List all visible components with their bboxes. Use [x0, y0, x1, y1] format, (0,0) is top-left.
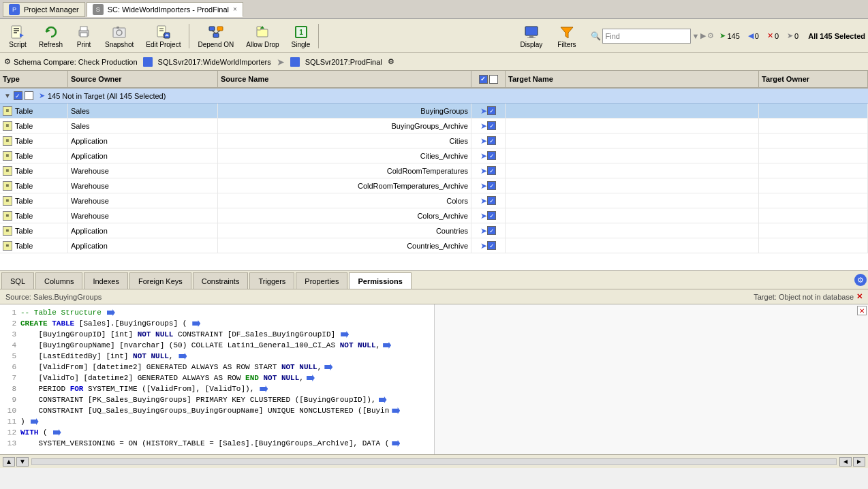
single-icon: 1 — [293, 24, 309, 40]
nav-left-button[interactable]: ◄ — [839, 457, 852, 467]
row-direction-icon: ➤ — [480, 226, 487, 236]
row-checkbox[interactable]: ✓ — [487, 166, 496, 175]
table-row[interactable]: ≡Table Warehouse Colors_Archive ➤✓ — [0, 208, 868, 223]
tab-foreign-keys[interactable]: Foreign Keys — [129, 272, 191, 289]
copy-arrow-icon[interactable] — [31, 418, 39, 425]
toolbar-separator-1 — [189, 24, 189, 48]
uncheck-all-button[interactable] — [25, 91, 33, 100]
table-row[interactable]: ≡Table Warehouse ColdRoomTemperatures_Ar… — [0, 178, 868, 193]
copy-arrow-icon[interactable] — [307, 375, 315, 381]
allow-drop-label: Allow Drop — [246, 41, 279, 48]
row-checkbox[interactable]: ✓ — [487, 241, 496, 250]
row-target-owner-cell — [759, 119, 868, 133]
grid-body[interactable]: ≡ Table Sales BuyingGroups ➤ ✓ ≡Table Sa… — [0, 104, 868, 270]
tab-close-icon[interactable]: × — [233, 5, 237, 13]
copy-arrow-icon[interactable] — [383, 342, 391, 349]
nav-right-button[interactable]: ► — [853, 457, 865, 467]
row-checkbox[interactable]: ✓ — [487, 136, 496, 145]
row-checkbox[interactable]: ✓ — [487, 106, 496, 115]
table-row[interactable]: ≡Table Application Cities ➤✓ — [0, 133, 868, 148]
copy-arrow-icon[interactable] — [107, 309, 115, 316]
table-row[interactable]: ≡Table Application Countries ➤✓ — [0, 223, 868, 238]
horizontal-scrollbar[interactable] — [31, 458, 837, 465]
row-checkbox[interactable]: ✓ — [487, 226, 496, 235]
row-check-cell[interactable]: ➤✓ — [471, 238, 506, 253]
row-checkbox[interactable]: ✓ — [487, 211, 496, 220]
tab-sql[interactable]: SQL — [1, 272, 34, 289]
source-sql-content[interactable]: 1 -- Table Structure 2 CREATE TABLE [Sal… — [0, 304, 434, 454]
refresh-button[interactable]: Refresh — [33, 21, 69, 51]
script-button[interactable]: Script — [3, 21, 33, 51]
find-box[interactable] — [602, 29, 691, 44]
single-label: Single — [292, 41, 311, 48]
check-all-button[interactable]: ✓ — [14, 91, 22, 100]
depend-on-button[interactable]: Depend ON — [191, 21, 240, 51]
row-checkbox[interactable]: ✓ — [487, 121, 496, 130]
expand-arrow-icon[interactable]: ▼ — [4, 92, 11, 99]
nav-up-button[interactable]: ▲ — [3, 457, 15, 467]
row-check-cell[interactable]: ➤✓ — [471, 223, 506, 238]
close-target-panel[interactable]: ✕ — [435, 304, 869, 317]
tab-indexes[interactable]: Indexes — [84, 272, 128, 289]
table-row[interactable]: ≡ Table Sales BuyingGroups ➤ ✓ — [0, 104, 868, 119]
tab-permissions[interactable]: Permissions — [349, 272, 411, 289]
edit-project-button[interactable]: Edit Project — [140, 21, 187, 51]
table-row[interactable]: ≡Table Sales BuyingGroups_Archive ➤✓ — [0, 119, 868, 133]
tab-sc-wide[interactable]: S SC: WideWorldImporters - ProdFinal × — [87, 2, 243, 17]
tab-columns[interactable]: Columns — [35, 272, 82, 289]
row-target-name-cell — [506, 208, 759, 223]
tab-triggers[interactable]: Triggers — [249, 272, 294, 289]
copy-arrow-icon[interactable] — [179, 353, 187, 360]
row-source-owner-cell: Application — [68, 223, 218, 238]
row-type-cell: ≡Table — [0, 208, 68, 223]
green-arrow-icon: ➤ — [719, 31, 726, 40]
table-row[interactable]: ≡Table Warehouse Colors ➤✓ — [0, 193, 868, 208]
tab-settings-icon[interactable]: ⚙ — [854, 274, 867, 286]
row-check-cell[interactable]: ➤✓ — [471, 193, 506, 208]
copy-arrow-icon[interactable] — [260, 385, 268, 392]
table-row[interactable]: ≡Table Warehouse ColdRoomTemperatures ➤✓ — [0, 163, 868, 178]
allow-drop-button[interactable]: Allow Drop — [240, 21, 285, 51]
snapshot-button[interactable]: Snapshot — [99, 21, 140, 51]
copy-arrow-icon[interactable] — [392, 407, 400, 414]
row-checkbox[interactable]: ✓ — [487, 181, 496, 190]
filter-icon[interactable]: ▼ — [692, 32, 700, 40]
row-source-name-cell: BuyingGroups_Archive — [218, 119, 471, 133]
single-button[interactable]: 1 Single — [285, 21, 317, 51]
copy-arrow-icon[interactable] — [379, 396, 387, 403]
row-check-cell[interactable]: ➤ ✓ — [471, 104, 506, 118]
options-icon[interactable]: ⚙ — [707, 31, 714, 40]
row-check-cell[interactable]: ➤✓ — [471, 119, 506, 133]
copy-arrow-icon[interactable] — [392, 440, 400, 447]
header-uncheck-all[interactable] — [489, 75, 498, 84]
close-panel-icon[interactable]: ✕ — [856, 292, 863, 301]
row-checkbox[interactable]: ✓ — [487, 196, 496, 205]
header-check-all[interactable]: ✓ — [479, 75, 488, 84]
svg-marker-4 — [20, 33, 24, 37]
display-button[interactable]: Display — [514, 21, 549, 51]
copy-arrow-icon[interactable] — [324, 364, 332, 370]
copy-arrow-icon[interactable] — [192, 320, 200, 327]
tab-constraints[interactable]: Constraints — [193, 272, 249, 289]
nav-arrows-right: ◄ ► — [839, 457, 865, 467]
db-settings-icon[interactable]: ⚙ — [388, 57, 394, 66]
table-row[interactable]: ≡Table Application Countries_Archive ➤✓ — [0, 238, 868, 253]
nav-down-button[interactable]: ▼ — [16, 457, 29, 467]
table-row[interactable]: ≡Table Application Cities_Archive ➤✓ — [0, 148, 868, 163]
row-check-cell[interactable]: ➤✓ — [471, 133, 506, 148]
copy-arrow-icon[interactable] — [341, 331, 349, 338]
search-next-icon[interactable]: ▶ — [700, 31, 706, 40]
row-check-cell[interactable]: ➤✓ — [471, 178, 506, 193]
row-check-cell[interactable]: ➤✓ — [471, 148, 506, 163]
source-sql-panel[interactable]: 1 -- Table Structure 2 CREATE TABLE [Sal… — [0, 304, 435, 454]
tab-properties[interactable]: Properties — [296, 272, 347, 289]
row-check-cell[interactable]: ➤✓ — [471, 163, 506, 178]
print-button[interactable]: Print — [69, 21, 99, 51]
tab-project-manager[interactable]: P Project Manager — [3, 2, 85, 17]
find-input[interactable] — [606, 32, 687, 40]
row-checkbox[interactable]: ✓ — [487, 151, 496, 160]
row-check-cell[interactable]: ➤✓ — [471, 208, 506, 223]
copy-arrow-icon[interactable] — [53, 429, 61, 436]
filters-button[interactable]: Filters — [551, 21, 582, 51]
close-right-panel-icon[interactable]: ✕ — [857, 306, 867, 315]
